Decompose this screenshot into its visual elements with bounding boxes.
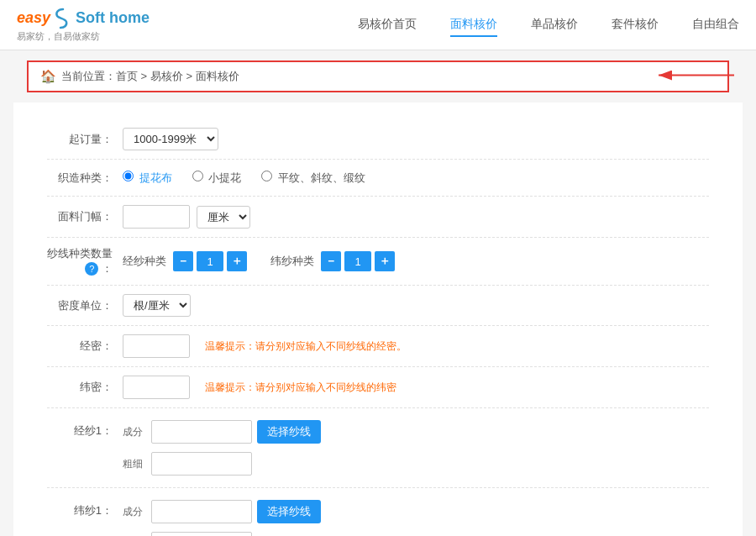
weft-yarn-row: 纬纱1： 成分 选择纱线 粗细: [47, 488, 709, 536]
weft-component-label: 成分: [123, 505, 146, 519]
weft-density-hint: 温馨提示：请分别对应输入不同纱线的纬密: [205, 381, 396, 395]
breadcrumb-text: 当前位置：首页 > 易核价 > 面料核价: [61, 69, 239, 84]
fabric-width-control: 厘米 英寸: [123, 205, 709, 229]
warp-yarn-control: 成分 选择纱线 粗细: [123, 420, 709, 476]
weave-option-small-jacquard[interactable]: 小提花: [192, 171, 242, 186]
warp-yarn-section: 成分 选择纱线 粗细: [123, 420, 321, 476]
weft-density-label: 纬密：: [47, 380, 123, 395]
warp-plus-button[interactable]: ＋: [227, 251, 247, 271]
weave-option-jacquard[interactable]: 提花布: [123, 171, 172, 186]
home-icon: 🏠: [40, 69, 56, 84]
header: easy Soft home 易家纺，自易做家纺 易核价首页 面料核价 单品核价…: [0, 0, 756, 50]
density-unit-select[interactable]: 根/厘米 根/英寸: [123, 294, 191, 317]
logo-easy: easy: [17, 9, 50, 27]
warp-fineness-label: 粗细: [123, 457, 146, 471]
nav-item-combo[interactable]: 自由组合: [692, 13, 739, 37]
warp-counter-group: 经纱种类 － 1 ＋: [123, 251, 247, 271]
logo-subtitle: 易家纺，自易做家纺: [17, 30, 150, 43]
nav-item-single[interactable]: 单品核价: [531, 13, 578, 37]
nav-item-set[interactable]: 套件核价: [612, 13, 659, 37]
warp-yarn-component-row: 成分 选择纱线: [123, 420, 321, 444]
weft-yarn-label: 纬纱1：: [47, 500, 123, 518]
weft-yarn-section: 成分 选择纱线 粗细: [123, 500, 321, 536]
weft-counter-group: 纬纱种类 － 1 ＋: [270, 251, 395, 271]
nav-item-home[interactable]: 易核价首页: [358, 13, 417, 37]
weft-fineness-input[interactable]: [151, 532, 252, 536]
warp-component-input[interactable]: [151, 420, 252, 444]
warp-density-hint: 温馨提示：请分别对应输入不同纱线的经密。: [205, 339, 407, 354]
logo-soft-home: Soft home: [76, 9, 150, 27]
weft-count-value: 1: [344, 251, 371, 271]
nav-area: 易核价首页 面料核价 单品核价 套件核价 自由组合: [358, 13, 739, 37]
weft-select-yarn-button[interactable]: 选择纱线: [257, 500, 321, 523]
weft-yarn-control: 成分 选择纱线 粗细: [123, 500, 709, 536]
warp-select-yarn-button[interactable]: 选择纱线: [257, 420, 321, 444]
weft-minus-button[interactable]: －: [321, 251, 341, 271]
density-unit-row: 密度单位： 根/厘米 根/英寸: [47, 286, 709, 326]
fabric-width-row: 面料门幅： 厘米 英寸: [47, 197, 709, 238]
warp-density-row: 经密： 温馨提示：请分别对应输入不同纱线的经密。: [47, 326, 709, 367]
warp-density-input[interactable]: [123, 334, 190, 358]
weft-density-control: 温馨提示：请分别对应输入不同纱线的纬密: [123, 376, 709, 399]
warp-density-control: 温馨提示：请分别对应输入不同纱线的经密。: [123, 334, 709, 358]
yarn-count-row: 纱线种类数量 ? ： 经纱种类 － 1 ＋ 纬纱种类 － 1 ＋: [47, 238, 709, 286]
weave-type-row: 织造种类： 提花布 小提花 平纹、斜纹、缎纹: [47, 160, 709, 197]
fabric-width-input[interactable]: [123, 205, 190, 229]
weft-counter-label: 纬纱种类: [270, 254, 314, 269]
nav-item-fabric[interactable]: 面料核价: [450, 13, 497, 37]
fabric-width-label: 面料门幅：: [47, 209, 123, 224]
order-qty-row: 起订量： 1000-1999米 2000-4999米 5000+米: [47, 119, 709, 160]
weft-yarn-component-row: 成分 选择纱线: [123, 500, 321, 523]
arrow-indicator: [650, 63, 751, 91]
weave-option-plain[interactable]: 平纹、斜纹、缎纹: [261, 171, 365, 186]
yarn-count-control: 经纱种类 － 1 ＋ 纬纱种类 － 1 ＋: [123, 251, 709, 271]
density-unit-control: 根/厘米 根/英寸: [123, 294, 709, 317]
yarn-count-help-icon[interactable]: ?: [85, 262, 98, 276]
main-content: 起订量： 1000-1999米 2000-4999米 5000+米 织造种类： …: [13, 102, 743, 536]
weft-density-input[interactable]: [123, 376, 190, 399]
breadcrumb-bar: 🏠 当前位置：首页 > 易核价 > 面料核价: [27, 60, 729, 92]
order-qty-control: 1000-1999米 2000-4999米 5000+米: [123, 128, 709, 150]
logo-brand: easy Soft home 易家纺，自易做家纺: [17, 8, 150, 43]
warp-counter-label: 经纱种类: [123, 254, 166, 269]
logo-area: easy Soft home 易家纺，自易做家纺: [17, 8, 150, 43]
logo-s-icon: [52, 8, 74, 29]
warp-yarn-row: 经纱1： 成分 选择纱线 粗细: [47, 408, 709, 488]
fabric-width-unit-select[interactable]: 厘米 英寸: [197, 206, 250, 229]
warp-yarn-label: 经纱1：: [47, 420, 123, 439]
warp-fineness-input[interactable]: [151, 452, 252, 476]
warp-component-label: 成分: [123, 425, 146, 439]
warp-yarn-fineness-row: 粗细: [123, 452, 252, 476]
weft-density-row: 纬密： 温馨提示：请分别对应输入不同纱线的纬密: [47, 367, 709, 408]
weft-plus-button[interactable]: ＋: [375, 251, 395, 271]
yarn-count-label: 纱线种类数量 ? ：: [47, 246, 123, 276]
warp-count-value: 1: [197, 251, 223, 271]
order-qty-label: 起订量：: [47, 132, 123, 147]
warp-density-label: 经密：: [47, 339, 123, 354]
order-qty-select[interactable]: 1000-1999米 2000-4999米 5000+米: [123, 128, 218, 150]
weave-type-label: 织造种类：: [47, 171, 123, 186]
density-unit-label: 密度单位：: [47, 298, 123, 313]
weave-type-control: 提花布 小提花 平纹、斜纹、缎纹: [123, 171, 709, 186]
weft-component-input[interactable]: [151, 500, 252, 523]
weft-yarn-fineness-row: 粗细: [123, 532, 252, 536]
warp-minus-button[interactable]: －: [173, 251, 193, 271]
